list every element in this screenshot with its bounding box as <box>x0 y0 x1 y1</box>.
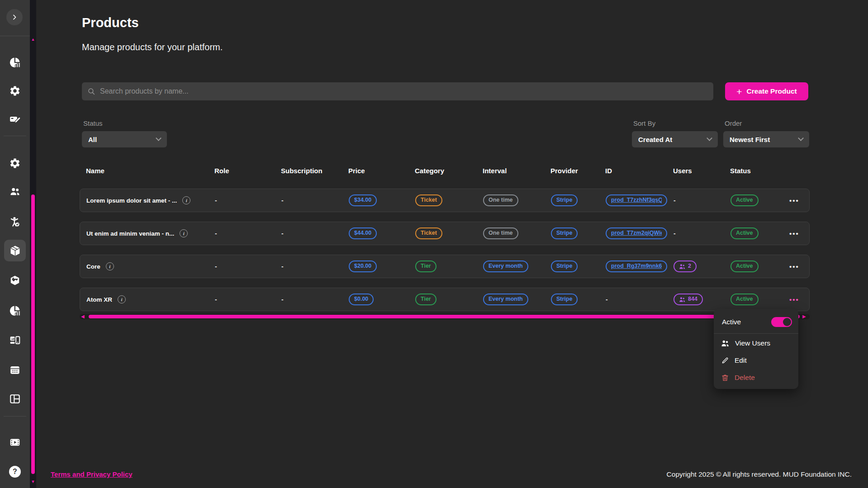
sidebar-item-analytics[interactable] <box>4 52 26 73</box>
sidebar-item-members[interactable] <box>4 211 26 233</box>
table-row: Corei - - $20.00 Tier Every month Stripe… <box>80 255 810 278</box>
info-icon[interactable]: i <box>182 196 190 204</box>
sidebar-item-billing[interactable] <box>4 109 26 130</box>
info-icon[interactable]: i <box>106 262 114 270</box>
product-name: Atom XR <box>86 296 112 303</box>
scroll-up-arrow-icon[interactable]: ▲ <box>31 37 35 42</box>
products-page: ? ▲ ▼ Products Manage products for your … <box>0 0 868 488</box>
scroll-left-arrow-icon[interactable]: ◀ <box>81 314 85 319</box>
users-count-badge[interactable]: 2 <box>674 261 697 272</box>
sortby-filter-value: Created At <box>638 136 672 143</box>
sidebar-divider <box>4 136 26 136</box>
interval-badge: Every month <box>483 294 528 305</box>
order-filter-select[interactable]: Newest First <box>723 131 809 147</box>
status-badge: Active <box>730 227 759 239</box>
sidebar: ? <box>0 0 30 488</box>
vertical-scrollbar[interactable]: ▲ ▼ <box>30 0 36 488</box>
role-cell: - <box>215 296 281 303</box>
create-product-button[interactable]: + Create Product <box>725 82 808 100</box>
sidebar-item-settings[interactable] <box>4 152 26 174</box>
search-bar[interactable] <box>82 82 713 100</box>
row-actions-menu-button[interactable]: ••• <box>786 263 803 270</box>
col-provider: Provider <box>550 167 605 175</box>
users-cell: - <box>674 230 730 237</box>
menu-item-delete[interactable]: Delete <box>714 369 798 386</box>
product-name: Lorem ipsum dolor sit amet - ... <box>86 197 177 204</box>
users-icon <box>9 186 21 198</box>
search-input[interactable] <box>100 87 708 95</box>
sidebar-item-settings-top[interactable] <box>4 80 26 102</box>
sidebar-item-videos[interactable] <box>4 431 26 453</box>
product-name: Ut enim ad minim veniam - n... <box>86 230 174 237</box>
table-header-row: Name Role Subscription Price Category In… <box>80 161 810 180</box>
product-id-badge[interactable]: prod_T7zzhNf3qsQd <box>606 194 667 206</box>
sidebar-item-users[interactable] <box>4 181 26 203</box>
sidebar-item-products[interactable] <box>4 240 26 261</box>
row-actions-context-menu: Active View Users Edit Delete <box>714 309 798 389</box>
status-filter-value: All <box>88 136 97 143</box>
person-check-icon <box>9 216 21 228</box>
sidebar-item-layout[interactable] <box>4 388 26 410</box>
role-cell: - <box>215 230 281 237</box>
table-row: Atom XRi - - $0.00 Tier Every month Stri… <box>80 288 810 311</box>
users-icon <box>721 340 730 347</box>
sidebar-item-schedule[interactable] <box>4 359 26 381</box>
menu-item-edit[interactable]: Edit <box>714 352 798 369</box>
category-badge: Tier <box>415 261 436 272</box>
film-play-icon <box>9 436 21 448</box>
terms-privacy-link[interactable]: Terms and Privacy Policy <box>51 470 133 478</box>
help-question-icon: ? <box>9 466 21 478</box>
pie-chart-icon <box>9 305 21 317</box>
sidebar-item-help[interactable]: ? <box>4 461 26 483</box>
price-badge: $20.00 <box>349 261 377 272</box>
subscription-cell: - <box>281 230 349 237</box>
info-icon[interactable]: i <box>118 295 126 303</box>
provider-badge: Stripe <box>551 227 578 239</box>
status-filter-select[interactable]: All <box>82 131 167 147</box>
row-actions-menu-button[interactable]: ••• <box>786 296 803 303</box>
menu-item-label: Edit <box>735 356 747 365</box>
page-title: Products <box>82 15 139 30</box>
row-actions-menu-button[interactable]: ••• <box>786 230 803 237</box>
sidebar-item-media[interactable] <box>4 330 26 351</box>
price-badge: $34.00 <box>349 194 377 206</box>
users-cell: - <box>674 197 730 204</box>
row-actions-menu-button[interactable]: ••• <box>786 197 803 204</box>
vertical-scroll-thumb[interactable] <box>31 194 35 474</box>
provider-badge: Stripe <box>551 194 578 206</box>
product-name: Core <box>86 263 100 270</box>
category-badge: Ticket <box>415 194 442 206</box>
col-users: Users <box>673 167 730 175</box>
chevron-down-icon <box>156 135 161 141</box>
gallery-devices-icon <box>9 335 21 346</box>
col-subscription: Subscription <box>281 167 348 175</box>
scroll-right-arrow-icon[interactable]: ▶ <box>802 314 806 319</box>
product-id-badge[interactable]: prod_Rg37m9nnk6s <box>606 261 667 272</box>
horizontal-scroll-thumb[interactable] <box>89 315 800 318</box>
sidebar-divider <box>0 36 30 36</box>
menu-item-label: Delete <box>735 374 755 382</box>
active-toggle[interactable] <box>771 317 792 327</box>
sidebar-item-reports[interactable] <box>4 300 26 322</box>
table-row: Lorem ipsum dolor sit amet - ...i - - $3… <box>80 189 810 212</box>
package-box-icon <box>9 245 21 257</box>
sortby-filter-select[interactable]: Created At <box>632 131 718 147</box>
active-toggle-label: Active <box>722 318 741 326</box>
scroll-down-arrow-icon[interactable]: ▼ <box>31 479 35 484</box>
search-icon <box>87 87 95 95</box>
status-filter-label: Status <box>83 119 103 127</box>
menu-item-view-users[interactable]: View Users <box>714 335 798 352</box>
sidebar-item-assets[interactable] <box>4 270 26 291</box>
sidebar-expand-button[interactable] <box>6 9 23 25</box>
page-subtitle: Manage products for your platform. <box>82 42 223 52</box>
order-filter-label: Order <box>725 119 742 127</box>
calendar-grid-icon <box>9 364 21 376</box>
toggle-knob <box>783 318 791 326</box>
menu-item-active: Active <box>714 312 798 332</box>
users-count-badge[interactable]: 844 <box>674 294 703 305</box>
horizontal-scrollbar[interactable]: ◀ ▶ <box>80 314 810 319</box>
info-icon[interactable]: i <box>180 229 188 237</box>
col-name: Name <box>86 167 214 175</box>
product-id-badge[interactable]: prod_T7zm2qiQWid <box>606 227 667 239</box>
role-cell: - <box>215 197 281 204</box>
